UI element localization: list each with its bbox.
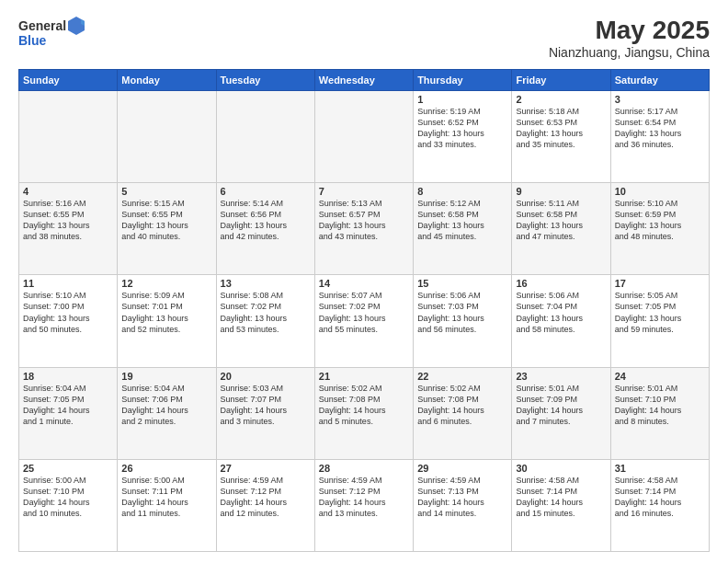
week-row-5: 25Sunrise: 5:00 AM Sunset: 7:10 PM Dayli…: [19, 459, 710, 551]
logo-blue: Blue: [18, 33, 46, 48]
day-info: Sunrise: 5:05 AM Sunset: 7:05 PM Dayligh…: [615, 290, 705, 335]
calendar-cell: 5Sunrise: 5:15 AM Sunset: 6:55 PM Daylig…: [118, 183, 216, 275]
day-number: 15: [417, 278, 507, 289]
logo: General Blue: [18, 17, 85, 48]
day-number: 21: [319, 371, 409, 382]
day-info: Sunrise: 5:16 AM Sunset: 6:55 PM Dayligh…: [23, 198, 113, 243]
week-row-4: 18Sunrise: 5:04 AM Sunset: 7:05 PM Dayli…: [19, 367, 710, 459]
calendar-cell: 17Sunrise: 5:05 AM Sunset: 7:05 PM Dayli…: [610, 275, 709, 367]
calendar-cell: 8Sunrise: 5:12 AM Sunset: 6:58 PM Daylig…: [414, 183, 512, 275]
day-info: Sunrise: 5:06 AM Sunset: 7:03 PM Dayligh…: [417, 290, 507, 335]
month-year: May 2025: [549, 17, 710, 45]
calendar-cell: 22Sunrise: 5:02 AM Sunset: 7:08 PM Dayli…: [414, 367, 512, 459]
day-info: Sunrise: 5:11 AM Sunset: 6:58 PM Dayligh…: [516, 198, 606, 243]
calendar-cell: 12Sunrise: 5:09 AM Sunset: 7:01 PM Dayli…: [118, 275, 216, 367]
day-number: 4: [23, 186, 113, 197]
day-number: 16: [516, 278, 606, 289]
day-number: 17: [615, 278, 705, 289]
day-info: Sunrise: 5:04 AM Sunset: 7:06 PM Dayligh…: [121, 383, 211, 428]
calendar-cell: 29Sunrise: 4:59 AM Sunset: 7:13 PM Dayli…: [414, 459, 512, 551]
day-number: 20: [221, 371, 311, 382]
logo-general: General: [18, 18, 66, 33]
col-header-monday: Monday: [118, 69, 216, 90]
day-number: 26: [121, 463, 211, 474]
day-number: 24: [615, 371, 705, 382]
calendar-cell: 7Sunrise: 5:13 AM Sunset: 6:57 PM Daylig…: [314, 183, 413, 275]
day-number: 9: [516, 186, 606, 197]
day-number: 11: [23, 278, 113, 289]
day-number: 14: [319, 278, 409, 289]
day-number: 27: [221, 463, 311, 474]
calendar-cell: 14Sunrise: 5:07 AM Sunset: 7:02 PM Dayli…: [314, 275, 413, 367]
day-info: Sunrise: 5:00 AM Sunset: 7:11 PM Dayligh…: [121, 475, 211, 520]
day-number: 18: [23, 371, 113, 382]
calendar-cell: 24Sunrise: 5:01 AM Sunset: 7:10 PM Dayli…: [610, 367, 709, 459]
calendar-cell: 27Sunrise: 4:59 AM Sunset: 7:12 PM Dayli…: [216, 459, 314, 551]
day-info: Sunrise: 4:59 AM Sunset: 7:12 PM Dayligh…: [319, 475, 409, 520]
day-number: 8: [417, 186, 507, 197]
svg-marker-0: [68, 17, 85, 35]
day-number: 29: [417, 463, 507, 474]
calendar-cell: 9Sunrise: 5:11 AM Sunset: 6:58 PM Daylig…: [512, 183, 610, 275]
page: General Blue May 2025 Nianzhuang, Jiangs…: [0, 0, 728, 563]
day-info: Sunrise: 5:02 AM Sunset: 7:08 PM Dayligh…: [319, 383, 409, 428]
col-header-friday: Friday: [512, 69, 610, 90]
day-info: Sunrise: 5:14 AM Sunset: 6:56 PM Dayligh…: [221, 198, 311, 243]
day-info: Sunrise: 5:08 AM Sunset: 7:02 PM Dayligh…: [221, 290, 311, 335]
day-number: 28: [319, 463, 409, 474]
logo-icon: [68, 17, 85, 35]
day-info: Sunrise: 5:03 AM Sunset: 7:07 PM Dayligh…: [221, 383, 311, 428]
calendar-cell: 21Sunrise: 5:02 AM Sunset: 7:08 PM Dayli…: [314, 367, 413, 459]
day-info: Sunrise: 5:10 AM Sunset: 6:59 PM Dayligh…: [615, 198, 705, 243]
calendar-cell: 19Sunrise: 5:04 AM Sunset: 7:06 PM Dayli…: [118, 367, 216, 459]
day-info: Sunrise: 5:04 AM Sunset: 7:05 PM Dayligh…: [23, 383, 113, 428]
day-number: 1: [417, 94, 507, 105]
day-info: Sunrise: 5:01 AM Sunset: 7:10 PM Dayligh…: [615, 383, 705, 428]
col-header-saturday: Saturday: [610, 69, 709, 90]
col-header-sunday: Sunday: [19, 69, 118, 90]
calendar-cell: [19, 90, 118, 182]
calendar-cell: [216, 90, 314, 182]
calendar-cell: 31Sunrise: 4:58 AM Sunset: 7:14 PM Dayli…: [610, 459, 709, 551]
day-info: Sunrise: 5:01 AM Sunset: 7:09 PM Dayligh…: [516, 383, 606, 428]
calendar-cell: 16Sunrise: 5:06 AM Sunset: 7:04 PM Dayli…: [512, 275, 610, 367]
calendar-cell: 23Sunrise: 5:01 AM Sunset: 7:09 PM Dayli…: [512, 367, 610, 459]
col-header-wednesday: Wednesday: [314, 69, 413, 90]
col-header-tuesday: Tuesday: [216, 69, 314, 90]
col-header-thursday: Thursday: [414, 69, 512, 90]
calendar-cell: 6Sunrise: 5:14 AM Sunset: 6:56 PM Daylig…: [216, 183, 314, 275]
day-info: Sunrise: 5:02 AM Sunset: 7:08 PM Dayligh…: [417, 383, 507, 428]
day-number: 23: [516, 371, 606, 382]
day-info: Sunrise: 4:59 AM Sunset: 7:13 PM Dayligh…: [417, 475, 507, 520]
day-number: 6: [221, 186, 311, 197]
calendar-cell: 25Sunrise: 5:00 AM Sunset: 7:10 PM Dayli…: [19, 459, 118, 551]
week-row-1: 1Sunrise: 5:19 AM Sunset: 6:52 PM Daylig…: [19, 90, 710, 182]
calendar-cell: 11Sunrise: 5:10 AM Sunset: 7:00 PM Dayli…: [19, 275, 118, 367]
calendar-cell: 2Sunrise: 5:18 AM Sunset: 6:53 PM Daylig…: [512, 90, 610, 182]
day-info: Sunrise: 5:15 AM Sunset: 6:55 PM Dayligh…: [121, 198, 211, 243]
day-info: Sunrise: 5:07 AM Sunset: 7:02 PM Dayligh…: [319, 290, 409, 335]
day-number: 10: [615, 186, 705, 197]
day-number: 2: [516, 94, 606, 105]
calendar-cell: 10Sunrise: 5:10 AM Sunset: 6:59 PM Dayli…: [610, 183, 709, 275]
calendar-table: SundayMondayTuesdayWednesdayThursdayFrid…: [18, 69, 710, 552]
day-number: 12: [121, 278, 211, 289]
day-number: 22: [417, 371, 507, 382]
calendar-header-row: SundayMondayTuesdayWednesdayThursdayFrid…: [19, 69, 710, 90]
day-number: 30: [516, 463, 606, 474]
calendar-cell: 13Sunrise: 5:08 AM Sunset: 7:02 PM Dayli…: [216, 275, 314, 367]
calendar-cell: 26Sunrise: 5:00 AM Sunset: 7:11 PM Dayli…: [118, 459, 216, 551]
day-info: Sunrise: 4:58 AM Sunset: 7:14 PM Dayligh…: [615, 475, 705, 520]
location: Nianzhuang, Jiangsu, China: [549, 45, 710, 60]
calendar-cell: 28Sunrise: 4:59 AM Sunset: 7:12 PM Dayli…: [314, 459, 413, 551]
calendar-cell: 20Sunrise: 5:03 AM Sunset: 7:07 PM Dayli…: [216, 367, 314, 459]
week-row-3: 11Sunrise: 5:10 AM Sunset: 7:00 PM Dayli…: [19, 275, 710, 367]
day-info: Sunrise: 4:59 AM Sunset: 7:12 PM Dayligh…: [221, 475, 311, 520]
calendar-cell: 3Sunrise: 5:17 AM Sunset: 6:54 PM Daylig…: [610, 90, 709, 182]
calendar-cell: 1Sunrise: 5:19 AM Sunset: 6:52 PM Daylig…: [414, 90, 512, 182]
day-info: Sunrise: 4:58 AM Sunset: 7:14 PM Dayligh…: [516, 475, 606, 520]
header: General Blue May 2025 Nianzhuang, Jiangs…: [18, 17, 710, 60]
calendar-cell: 4Sunrise: 5:16 AM Sunset: 6:55 PM Daylig…: [19, 183, 118, 275]
calendar-cell: 15Sunrise: 5:06 AM Sunset: 7:03 PM Dayli…: [414, 275, 512, 367]
calendar-cell: 30Sunrise: 4:58 AM Sunset: 7:14 PM Dayli…: [512, 459, 610, 551]
